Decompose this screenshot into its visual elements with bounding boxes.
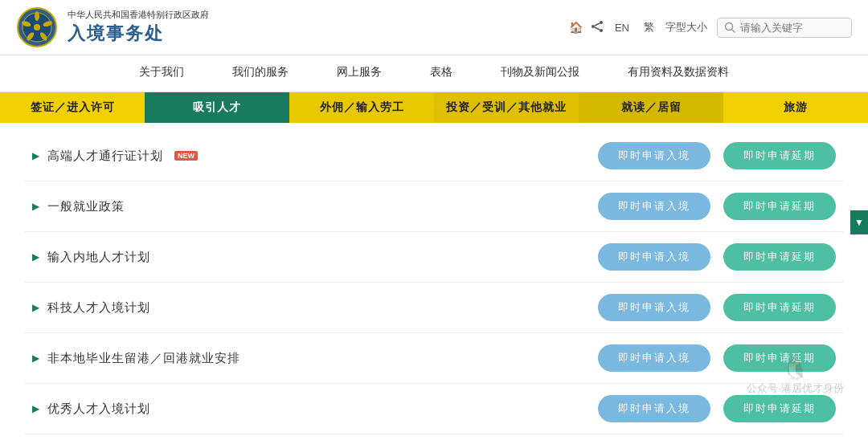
nav-publications[interactable]: 刊物及新闻公报 [477,55,604,92]
list-item-right: 即时申请入境 即时申请延期 [598,344,836,372]
subnav-labor[interactable]: 外佣／输入劳工 [289,92,434,123]
arrow-icon: ▶ [32,352,39,364]
header-title-block: 中华人民共和国香港特别行政区政府 入境事务处 [68,9,209,45]
list-item-right: 即时申请入境 即时申请延期 [598,142,836,169]
search-box [717,18,852,38]
list-item-right: 即时申请入境 即时申请延期 [598,395,836,422]
new-badge: NEW [174,151,198,161]
svg-line-11 [595,23,600,26]
apply-extend-button[interactable]: 即时申请延期 [723,395,836,422]
list-item-left: ▶ 非本地毕业生留港／回港就业安排 [32,351,598,366]
item-label: 一般就业政策 [47,199,125,214]
svg-point-7 [34,24,40,31]
item-label: 优秀人才入境计划 [47,401,150,417]
dept-name: 入境事务处 [68,22,209,46]
list-item-left: ▶ 优秀人才入境计划 [32,401,598,417]
scroll-hint[interactable]: ▼ [850,210,868,234]
font-size-button[interactable]: 字型大小 [665,20,707,35]
nav-services[interactable]: 我们的服务 [208,55,313,92]
svg-point-8 [600,21,603,24]
nav-resources[interactable]: 有用资料及数据资料 [604,55,753,92]
arrow-icon: ▶ [32,251,39,263]
apply-entry-button[interactable]: 即时申请入境 [598,142,710,169]
list-item: ▶ 科技人才入境计划 即时申请入境 即时申请延期 [24,283,844,333]
arrow-icon: ▶ [32,302,39,313]
subnav-visa[interactable]: 签证／进入许可 [0,92,145,123]
lang-tc-button[interactable]: 繁 [641,18,657,36]
svg-line-14 [732,30,735,33]
search-input[interactable] [740,22,845,34]
svg-point-10 [600,29,603,32]
arrow-icon: ▶ [32,150,39,161]
secondary-nav: 签证／进入许可 吸引人才 外佣／输入劳工 投资／受训／其他就业 就读／居留 旅游 [0,92,868,123]
subnav-investment[interactable]: 投资／受训／其他就业 [434,92,579,123]
nav-about[interactable]: 关于我们 [115,55,208,92]
svg-point-9 [592,25,595,28]
item-label: 输入内地人才计划 [47,250,150,265]
arrow-icon: ▶ [32,201,39,212]
subnav-travel[interactable]: 旅游 [723,92,868,123]
primary-nav: 关于我们 我们的服务 网上服务 表格 刊物及新闻公报 有用资料及数据资料 [0,55,868,92]
item-label: 科技人才入境计划 [47,300,150,316]
list-item-left: ▶ 一般就业政策 [32,199,598,214]
subnav-study[interactable]: 就读／居留 [579,92,723,123]
apply-entry-button[interactable]: 即时申请入境 [598,395,710,422]
apply-extend-button[interactable]: 即时申请延期 [723,193,836,220]
list-item: ▶ 输入中国籍香港永久性居民第二代计划 即时申请入境 [24,434,844,444]
list-item-left: ▶ 高端人才通行证计划 NEW [32,149,598,164]
gov-name: 中华人民共和国香港特别行政区政府 [68,9,209,21]
item-label: 高端人才通行证计划 [47,149,163,164]
nav-online[interactable]: 网上服务 [313,55,406,92]
list-item: ▶ 高端人才通行证计划 NEW 即时申请入境 即时申请延期 [24,131,844,181]
share-button[interactable] [591,20,604,35]
list-item: ▶ 优秀人才入境计划 即时申请入境 即时申请延期 [24,384,844,434]
svg-point-2 [35,11,39,21]
lang-en-button[interactable]: EN [612,20,633,35]
list-item: ▶ 一般就业政策 即时申请入境 即时申请延期 [24,181,844,232]
apply-entry-button[interactable]: 即时申请入境 [598,294,710,321]
list-item-right: 即时申请入境 即时申请延期 [598,243,836,271]
list-item: ▶ 非本地毕业生留港／回港就业安排 即时申请入境 即时申请延期 [24,333,844,384]
header-left: 中华人民共和国香港特别行政区政府 入境事务处 [16,6,209,48]
list-item-left: ▶ 科技人才入境计划 [32,300,598,316]
arrow-icon: ▶ [32,403,39,414]
header-icons: 🏠 EN 繁 字型大小 [569,18,707,36]
item-label: 非本地毕业生留港／回港就业安排 [47,351,240,366]
scroll-icon: ▼ [854,217,865,228]
apply-extend-button[interactable]: 即时申请延期 [723,243,836,271]
header-right: 🏠 EN 繁 字型大小 [569,18,852,38]
subnav-talent[interactable]: 吸引人才 [145,92,289,123]
apply-entry-button[interactable]: 即时申请入境 [598,243,710,271]
list-item-left: ▶ 输入内地人才计划 [32,250,598,265]
home-button[interactable]: 🏠 [569,21,583,34]
list-item: ▶ 输入内地人才计划 即时申请入境 即时申请延期 [24,232,844,283]
list-item-right: 即时申请入境 即时申请延期 [598,294,836,321]
government-emblem [16,6,58,48]
search-icon [724,22,735,33]
apply-extend-button[interactable]: 即时申请延期 [723,294,836,321]
svg-line-12 [595,27,600,30]
apply-extend-button[interactable]: 即时申请延期 [723,142,836,169]
apply-extend-button[interactable]: 即时申请延期 [723,344,836,372]
list-item-right: 即时申请入境 即时申请延期 [598,193,836,220]
main-content: ▶ 高端人才通行证计划 NEW 即时申请入境 即时申请延期 ▶ 一般就业政策 即… [0,123,868,444]
apply-entry-button[interactable]: 即时申请入境 [598,344,710,372]
nav-forms[interactable]: 表格 [406,55,477,92]
header: 中华人民共和国香港特别行政区政府 入境事务处 🏠 EN 繁 字型大小 [0,0,868,55]
apply-entry-button[interactable]: 即时申请入境 [598,193,710,220]
